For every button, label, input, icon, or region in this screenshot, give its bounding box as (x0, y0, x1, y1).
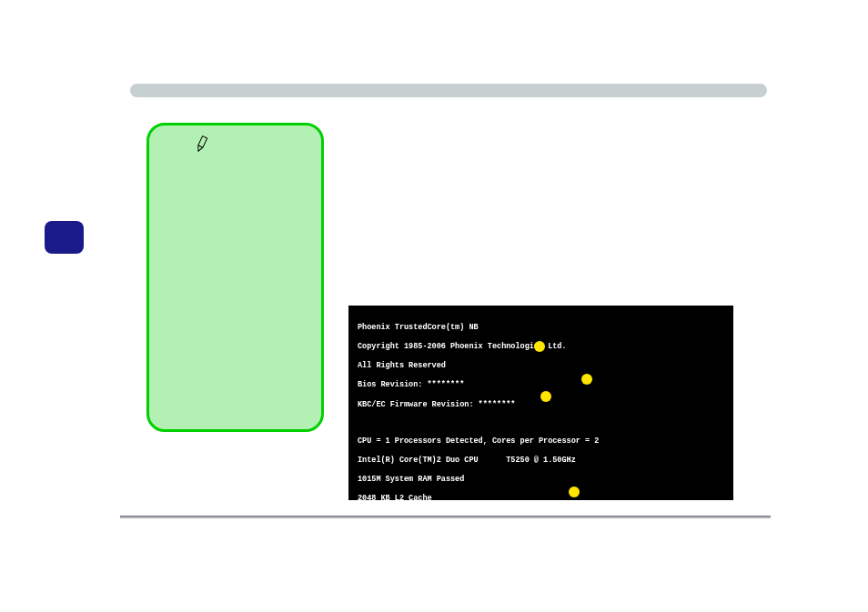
bios-line: Bios Revision: ******** (358, 380, 724, 390)
callout-marker (569, 487, 580, 497)
bios-text: Intel(R) Core(TM)2 Duo CPU (358, 456, 479, 465)
bios-line: Mouse intialized (358, 591, 724, 601)
side-tab (45, 221, 84, 254)
callout-marker (540, 391, 551, 402)
bios-line: Video BIOS shadowed (358, 533, 724, 543)
bios-line: 2048 KB L2 Cache (358, 494, 724, 504)
bios-post-screen: Phoenix TrustedCore(tm) NB Copyright 198… (348, 306, 733, 500)
bios-text: T5250 @ 1.50GHz (506, 456, 576, 465)
callout-marker (534, 341, 545, 352)
note-callout-box (146, 123, 324, 432)
bios-line: Intel(R) Core(TM)2 Duo CPU T5250 @ 1.50G… (358, 456, 724, 466)
bios-line: Phoenix TrustedCore(tm) NB (358, 323, 724, 333)
bios-line: ATAPI CD-ROM: Optiarc DVD RW AD-7530B (358, 571, 724, 581)
pencil-icon (192, 133, 215, 158)
header-divider (130, 84, 767, 97)
footer-divider (120, 516, 771, 518)
callout-marker (581, 374, 592, 385)
bios-line: Fixed Disk 0: FUJITSU MHW2100BH (358, 552, 724, 562)
bios-line: KBC/EC Firmware Revision: ******** (358, 400, 724, 410)
bios-line: CPU = 1 Processors Detected, Cores per P… (358, 436, 724, 446)
bios-line: 1015M System RAM Passed (358, 475, 724, 485)
bios-line: All Rights Reserved (358, 361, 724, 371)
